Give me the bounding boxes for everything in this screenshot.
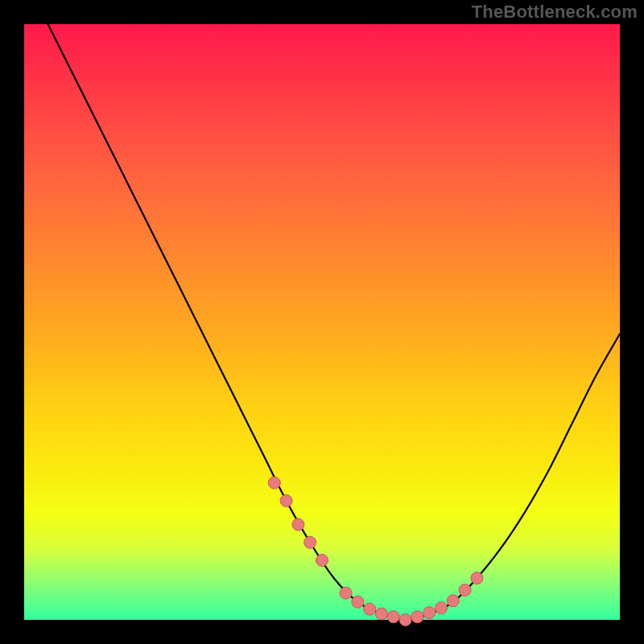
plot-area	[24, 24, 620, 620]
chart-frame: TheBottleneck.com	[0, 0, 644, 644]
marker-point	[304, 536, 316, 548]
marker-point	[280, 495, 292, 507]
marker-point	[411, 611, 423, 623]
marker-point	[268, 477, 280, 489]
marker-point	[447, 595, 459, 607]
marker-point	[399, 614, 411, 626]
marker-point	[471, 572, 483, 584]
marker-point	[376, 608, 388, 620]
marker-point	[459, 584, 471, 597]
marker-point	[292, 518, 304, 530]
marker-point	[423, 607, 436, 619]
marker-point	[364, 603, 376, 615]
marker-point	[316, 555, 328, 567]
curve-layer	[24, 24, 620, 620]
marker-point	[387, 611, 399, 623]
marker-point	[436, 602, 448, 614]
marker-point	[340, 587, 352, 599]
marker-point	[352, 596, 364, 608]
bottleneck-curve	[48, 24, 620, 620]
highlighted-points	[268, 477, 483, 625]
watermark-text: TheBottleneck.com	[472, 2, 638, 23]
